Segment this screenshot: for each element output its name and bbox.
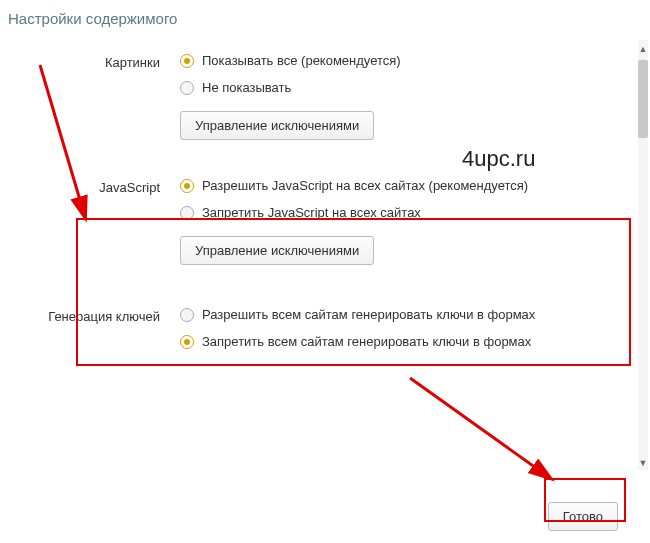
radio-js-allow[interactable]: Разрешить JavaScript на всех сайтах (рек… <box>180 178 650 193</box>
section-images-body: Показывать все (рекомендуется) Не показы… <box>180 53 650 140</box>
radio-icon <box>180 335 194 349</box>
radio-label: Разрешить JavaScript на всех сайтах (рек… <box>202 178 528 193</box>
done-button[interactable]: Готово <box>548 502 618 531</box>
section-javascript-label: JavaScript <box>0 178 180 265</box>
scrollbar-thumb[interactable] <box>638 60 648 138</box>
radio-keygen-allow[interactable]: Разрешить всем сайтам генерировать ключи… <box>180 307 650 322</box>
annotation-arrow-icon <box>400 368 600 508</box>
radio-icon <box>180 54 194 68</box>
section-keygen-body: Разрешить всем сайтам генерировать ключи… <box>180 307 650 361</box>
radio-js-block[interactable]: Запретить JavaScript на всех сайтах <box>180 205 650 220</box>
radio-label: Показывать все (рекомендуется) <box>202 53 401 68</box>
radio-label: Запретить всем сайтам генерировать ключи… <box>202 334 531 349</box>
radio-images-hide[interactable]: Не показывать <box>180 80 650 95</box>
watermark-text: 4upc.ru <box>462 146 535 172</box>
section-keygen-label: Генерация ключей <box>0 307 180 361</box>
radio-icon <box>180 206 194 220</box>
radio-icon <box>180 81 194 95</box>
manage-exceptions-button[interactable]: Управление исключениями <box>180 236 374 265</box>
page-title: Настройки содержимого <box>0 0 650 45</box>
radio-label: Запретить JavaScript на всех сайтах <box>202 205 421 220</box>
radio-images-show[interactable]: Показывать все (рекомендуется) <box>180 53 650 68</box>
radio-icon <box>180 308 194 322</box>
section-javascript: JavaScript Разрешить JavaScript на всех … <box>0 170 650 273</box>
radio-keygen-block[interactable]: Запретить всем сайтам генерировать ключи… <box>180 334 650 349</box>
section-images-label: Картинки <box>0 53 180 140</box>
section-keygen: Генерация ключей Разрешить всем сайтам г… <box>0 299 650 369</box>
section-javascript-body: Разрешить JavaScript на всех сайтах (рек… <box>180 178 650 265</box>
radio-label: Разрешить всем сайтам генерировать ключи… <box>202 307 535 322</box>
content-area: Картинки Показывать все (рекомендуется) … <box>0 45 650 369</box>
section-images: Картинки Показывать все (рекомендуется) … <box>0 45 650 148</box>
scroll-down-icon[interactable]: ▼ <box>638 458 648 468</box>
manage-exceptions-button[interactable]: Управление исключениями <box>180 111 374 140</box>
radio-icon <box>180 179 194 193</box>
scroll-up-icon[interactable]: ▲ <box>638 44 648 54</box>
radio-label: Не показывать <box>202 80 291 95</box>
svg-line-1 <box>410 378 550 478</box>
